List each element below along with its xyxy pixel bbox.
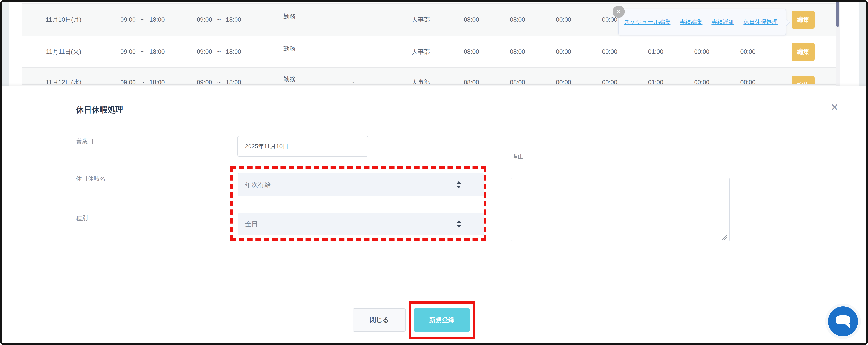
time-total-cell: 08:00 (464, 48, 479, 55)
chat-bubble-icon (836, 315, 850, 324)
time-total-cell: 01:00 (648, 48, 663, 55)
scrollbar-thumb[interactable] (836, 2, 839, 27)
chat-button[interactable] (828, 306, 858, 336)
tilde-separator: ~ (141, 16, 144, 23)
time-total-cell: 00:00 (602, 48, 617, 55)
department-cell: 人事部 (412, 78, 430, 85)
holiday-process-link[interactable]: 休日休暇処理 (743, 18, 778, 26)
tilde-separator: ~ (217, 16, 221, 23)
page-right-margin (859, 2, 866, 86)
time-total-cell: 00:00 (694, 48, 710, 55)
reason-label: 理由 (512, 152, 524, 161)
actual-edit-link[interactable]: 実績編集 (680, 18, 703, 26)
holiday-name-select[interactable]: 年次有給 (238, 173, 484, 196)
table-row: 11月12日(水) 09:00~18:00 09:00~18:00 勤務 - 人… (22, 68, 836, 85)
page-left-margin (2, 2, 9, 86)
work-type-cell: 勤務 (283, 45, 296, 53)
schedule-time-cell: 09:00~18:00 (120, 48, 165, 55)
time-total-cell: 08:00 (510, 48, 525, 55)
time-total-cell: 00:00 (556, 16, 571, 23)
date-cell: 11月12日(水) (46, 78, 81, 85)
schedule-time-cell: 09:00~18:00 (120, 16, 165, 23)
date-cell: 11月10日(月) (46, 16, 81, 24)
department-cell: 人事部 (412, 48, 430, 56)
time-total-cell: 00:00 (602, 16, 617, 23)
reason-textarea[interactable] (511, 178, 730, 241)
chat-bubble-tail-icon (845, 324, 850, 328)
dash-cell: - (352, 16, 354, 23)
time-total-cell: 00:00 (602, 79, 617, 85)
time-total-cell: 01:00 (648, 79, 663, 85)
tilde-separator: ~ (217, 48, 221, 55)
edit-button[interactable]: 編集 (792, 76, 815, 85)
department-cell: 人事部 (412, 16, 430, 24)
work-type-cell: 勤務 (283, 75, 296, 83)
type-label: 種別 (76, 214, 88, 222)
time-total-cell: 08:00 (464, 79, 479, 85)
modal-close-icon[interactable]: ✕ (831, 103, 838, 112)
submit-button[interactable]: 新規登録 (413, 308, 470, 332)
modal-left-divider (13, 101, 14, 345)
tilde-separator: ~ (217, 79, 221, 85)
business-day-label: 営業日 (76, 137, 94, 145)
time-total-cell: 00:00 (740, 48, 755, 55)
holiday-modal: 休日休暇処理 ✕ 営業日 2025年11月10日 休日休暇名 年次有給 種別 全… (0, 86, 868, 345)
time-total-cell: 08:00 (464, 16, 479, 23)
work-type-cell: 勤務 (283, 12, 296, 21)
date-cell: 11月11日(火) (46, 48, 81, 56)
time-total-cell: 08:00 (510, 79, 525, 85)
tilde-separator: ~ (141, 48, 144, 55)
schedule-time-cell: 09:00~18:00 (120, 79, 165, 85)
select-updown-icon (457, 181, 461, 188)
time-total-cell: 00:00 (556, 79, 571, 85)
type-select[interactable]: 全日 (238, 212, 484, 235)
popover-close-icon[interactable]: ✕ (613, 5, 625, 18)
business-day-input[interactable]: 2025年11月10日 (238, 136, 368, 156)
modal-title: 休日休暇処理 (76, 104, 123, 115)
time-total-cell: 00:00 (694, 79, 710, 85)
dash-cell: - (352, 79, 354, 85)
edit-button[interactable]: 編集 (792, 43, 815, 61)
app-viewport: 11月10日(月) 09:00~18:00 09:00~18:00 勤務 - 人… (0, 0, 868, 345)
title-divider (76, 119, 747, 119)
tilde-separator: ~ (141, 79, 144, 85)
schedule-edit-link[interactable]: スケジュール編集 (624, 18, 671, 26)
dash-cell: - (352, 48, 354, 55)
edit-button[interactable]: 編集 (792, 11, 815, 29)
actual-detail-link[interactable]: 実績詳細 (711, 18, 734, 26)
table-row: 11月11日(火) 09:00~18:00 09:00~18:00 勤務 - 人… (22, 36, 836, 68)
row-actions-popover: スケジュール編集 実績編集 実績詳細 休日休暇処理 ✕ (618, 9, 786, 35)
actual-time-cell: 09:00~18:00 (197, 48, 241, 55)
select-updown-icon (457, 220, 461, 228)
time-total-cell: 08:00 (510, 16, 525, 23)
actual-time-cell: 09:00~18:00 (197, 79, 241, 85)
holiday-name-label: 休日休暇名 (76, 175, 105, 183)
time-total-cell: 00:00 (740, 79, 755, 85)
actual-time-cell: 09:00~18:00 (197, 16, 241, 23)
modal-close-button[interactable]: 閉じる (353, 308, 406, 332)
time-total-cell: 00:00 (556, 48, 571, 55)
